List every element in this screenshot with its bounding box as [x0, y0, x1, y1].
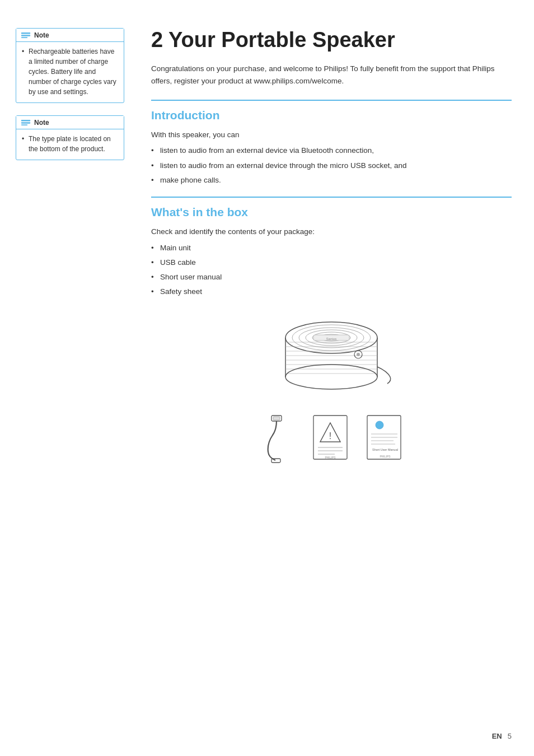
note2-item: The type plate is located on the bottom …	[22, 134, 118, 154]
safety-sheet-illustration: ! PHILIPS	[308, 413, 353, 465]
note-body-2: The type plate is located on the bottom …	[16, 129, 124, 160]
note-icon-1	[21, 31, 31, 39]
intro-item-3: make phone calls.	[151, 174, 512, 186]
svg-rect-4	[21, 122, 30, 123]
intro-item-1: listen to audio from an external device …	[151, 144, 512, 157]
intro-paragraph: Congratulations on your purchase, and we…	[151, 63, 512, 88]
footer: EN 5	[492, 732, 512, 740]
svg-point-27	[357, 353, 360, 356]
note-icon-2	[21, 119, 31, 127]
user-manual-illustration: Short User Manual PHILIPS	[363, 413, 407, 465]
svg-point-39	[376, 421, 383, 429]
box-title: What's in the box	[151, 206, 512, 219]
speaker-main-illustration: Sanius	[270, 311, 393, 400]
svg-rect-0	[21, 32, 30, 34]
svg-rect-3	[21, 120, 30, 121]
footer-page-number: 5	[508, 732, 512, 740]
box-lead: Check and identify the contents of your …	[151, 226, 512, 238]
svg-rect-2	[21, 37, 27, 38]
svg-text:Short User Manual: Short User Manual	[372, 448, 398, 451]
user-manual-svg: Short User Manual PHILIPS	[363, 413, 407, 463]
safety-sheet-svg: ! PHILIPS	[308, 413, 353, 463]
note-box-2: Note The type plate is located on the bo…	[16, 115, 124, 160]
note-body-1: Rechargeable batteries have a limited nu…	[16, 42, 124, 102]
svg-rect-5	[21, 124, 27, 125]
box-item-1: Main unit	[151, 242, 512, 254]
svg-text:PHILIPS: PHILIPS	[380, 455, 391, 458]
chapter-title-text: Your Portable Speaker	[168, 28, 395, 52]
introduction-divider	[151, 100, 512, 101]
box-divider	[151, 197, 512, 198]
svg-text:Sanius: Sanius	[326, 337, 336, 340]
box-item-2: USB cable	[151, 256, 512, 269]
note-header-1: Note	[16, 29, 124, 42]
footer-language: EN	[492, 732, 502, 740]
introduction-body: With this speaker, you can listen to aud…	[151, 129, 512, 186]
accessories-row: ! PHILIPS	[256, 413, 407, 465]
speaker-svg: Sanius	[270, 311, 393, 400]
chapter-number: 2	[151, 28, 163, 52]
svg-text:PHILIPS: PHILIPS	[325, 456, 336, 459]
note-label-1: Note	[34, 31, 49, 39]
note-box-1: Note Rechargeable batteries have a limit…	[16, 28, 124, 103]
illustration-container: Sanius	[151, 311, 512, 465]
svg-point-23	[285, 365, 377, 389]
svg-rect-1	[21, 35, 30, 36]
note-header-2: Note	[16, 116, 124, 129]
box-body: Check and identify the contents of your …	[151, 226, 512, 298]
introduction-title: Introduction	[151, 109, 512, 122]
note-label-2: Note	[34, 119, 49, 127]
box-list: Main unit USB cable Short user manual Sa…	[151, 242, 512, 298]
box-item-3: Short user manual	[151, 271, 512, 283]
box-item-4: Safety sheet	[151, 286, 512, 298]
chapter-title: 2 Your Portable Speaker	[151, 28, 512, 53]
svg-text:!: !	[329, 431, 331, 441]
intro-item-2: listen to audio from an external device …	[151, 160, 512, 172]
svg-rect-29	[273, 417, 280, 420]
introduction-list: listen to audio from an external device …	[151, 144, 512, 186]
introduction-lead: With this speaker, you can	[151, 129, 512, 141]
note1-item: Rechargeable batteries have a limited nu…	[22, 46, 118, 97]
usb-cable-illustration	[256, 413, 298, 465]
usb-cable-svg	[256, 413, 298, 463]
